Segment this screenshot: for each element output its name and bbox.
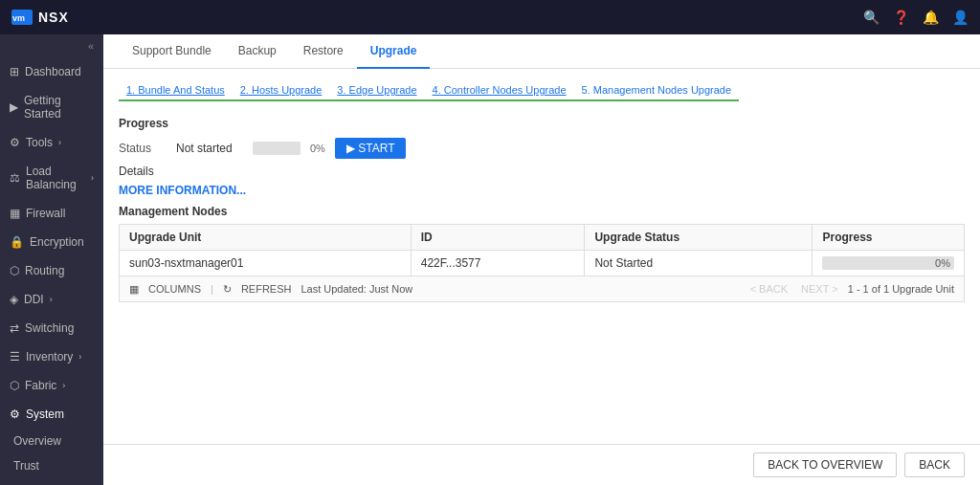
table-progress-text: 0% [935,256,950,270]
sidebar-item-switching[interactable]: ⇄ Switching [0,314,103,342]
search-icon[interactable]: 🔍 [863,10,880,25]
progress-bar [253,142,301,155]
sidebar-item-fabric[interactable]: ⬡ Fabric › [0,371,103,400]
cell-progress: 0% [813,251,965,276]
chevron-right-icon: › [50,295,53,304]
wizard-step-bundle-status[interactable]: 1. Bundle And Status [119,80,233,101]
refresh-icon: ↻ [223,283,232,296]
tab-upgrade[interactable]: Upgrade [357,34,431,69]
status-value: Not started [176,142,243,155]
table-row: sun03-nsxtmanager01 422F...3577 Not Star… [120,251,965,276]
sidebar-item-firewall[interactable]: ▦ Firewall [0,199,103,228]
encryption-icon: 🔒 [10,235,24,249]
sidebar-subsection-trust[interactable]: Trust [0,453,103,478]
load-balancing-icon: ⚖ [10,171,20,185]
wizard-steps: 1. Bundle And Status 2. Hosts Upgrade 3.… [119,80,965,101]
col-header-upgrade-unit: Upgrade Unit [120,225,412,251]
table-footer: ▦ COLUMNS | ↻ REFRESH Last Updated: Just… [119,276,965,302]
details-row: Details [119,165,965,178]
cell-upgrade-unit: sun03-nsxtmanager01 [120,251,412,276]
sidebar-collapse-button[interactable]: « [0,34,103,57]
progress-percent: 0% [310,143,325,154]
inventory-icon: ☰ [10,350,20,364]
topbar-icons: 🔍 ❓ 🔔 👤 [863,10,969,25]
last-updated: Last Updated: Just Now [301,283,412,295]
tab-support-bundle[interactable]: Support Bundle [119,34,225,69]
tools-icon: ⚙ [10,136,20,149]
wizard-step-controller-nodes[interactable]: 4. Controller Nodes Upgrade [425,80,574,101]
system-icon: ⚙ [10,408,20,421]
status-label: Status [119,142,167,155]
sidebar-item-routing[interactable]: ⬡ Routing [0,256,103,285]
progress-title: Progress [119,117,965,130]
tab-bar: Support Bundle Backup Restore Upgrade [103,34,980,69]
help-icon[interactable]: ❓ [893,10,909,25]
refresh-button[interactable]: REFRESH [241,283,292,295]
sidebar-item-label: Switching [25,321,74,335]
sidebar-item-label: Fabric [25,379,56,392]
chevron-right-icon: › [78,352,81,362]
wizard-step-edge-upgrade[interactable]: 3. Edge Upgrade [329,80,424,101]
page-content: 1. Bundle And Status 2. Hosts Upgrade 3.… [103,69,980,444]
sidebar-item-label: Firewall [26,207,65,220]
management-nodes-table: Upgrade Unit ID Upgrade Status Progress … [119,224,965,276]
start-button[interactable]: ▶ START [335,138,407,159]
sidebar-item-label: DDI [24,293,44,306]
table-pagination: < BACK NEXT > 1 - 1 of 1 Upgrade Unit [746,282,954,296]
sidebar-item-label: Load Balancing [26,165,85,191]
sidebar-item-system[interactable]: ⚙ System [0,400,103,429]
sidebar-item-label: Encryption [30,235,84,249]
tab-restore[interactable]: Restore [290,34,357,69]
table-header: Upgrade Unit ID Upgrade Status Progress [120,225,965,251]
sidebar-item-tools[interactable]: ⚙ Tools › [0,128,103,157]
col-header-progress: Progress [813,225,965,251]
back-to-overview-button[interactable]: BACK TO OVERVIEW [753,452,897,477]
user-icon[interactable]: 👤 [952,10,969,25]
more-information-link[interactable]: MORE INFORMATION... [119,184,965,197]
sidebar-item-label: Routing [25,264,64,277]
sidebar-item-getting-started[interactable]: ▶ Getting Started [0,86,103,128]
sidebar-item-load-balancing[interactable]: ⚖ Load Balancing › [0,157,103,199]
table-progress-bar: 0% [822,256,954,270]
chevron-right-icon: › [62,381,65,390]
sidebar-subsection-overview[interactable]: Overview [0,429,103,453]
progress-row: Status Not started 0% ▶ START [119,138,965,159]
back-button[interactable]: BACK [904,452,965,477]
bell-icon[interactable]: 🔔 [923,10,939,25]
wizard-step-management-nodes[interactable]: 5. Management Nodes Upgrade [574,80,740,101]
sidebar: « ⊞ Dashboard ▶ Getting Started ⚙ Tools … [0,34,103,485]
fabric-icon: ⬡ [10,379,19,392]
management-nodes-title: Management Nodes [119,205,965,218]
sidebar-item-label: System [26,408,64,421]
col-header-id: ID [411,225,585,251]
back-nav-button[interactable]: < BACK [746,282,791,296]
dashboard-icon: ⊞ [10,65,19,78]
chevron-right-icon: › [91,173,94,183]
wizard-step-hosts-upgrade[interactable]: 2. Hosts Upgrade [233,80,330,101]
sidebar-item-label: Dashboard [25,65,81,78]
main-layout: « ⊞ Dashboard ▶ Getting Started ⚙ Tools … [0,34,980,485]
topbar: vm NSX 🔍 ❓ 🔔 👤 [0,0,980,34]
sidebar-subsection-configuration[interactable]: Configuration [0,478,103,485]
table-body: sun03-nsxtmanager01 422F...3577 Not Star… [120,251,965,276]
sidebar-item-inventory[interactable]: ☰ Inventory › [0,342,103,371]
cell-id: 422F...3577 [411,251,585,276]
col-header-upgrade-status: Upgrade Status [585,225,813,251]
svg-text:vm: vm [12,13,25,23]
columns-button[interactable]: COLUMNS [148,283,201,295]
sidebar-item-label: Getting Started [24,94,94,121]
progress-section: Progress Status Not started 0% ▶ START D… [119,117,965,197]
firewall-icon: ▦ [10,207,20,220]
sidebar-item-dashboard[interactable]: ⊞ Dashboard [0,57,103,86]
cell-upgrade-status: Not Started [585,251,813,276]
row-count: 1 - 1 of 1 Upgrade Unit [848,283,954,295]
getting-started-icon: ▶ [10,100,18,114]
sidebar-item-label: Tools [26,136,53,149]
sidebar-item-encryption[interactable]: 🔒 Encryption [0,228,103,256]
next-nav-button[interactable]: NEXT > [797,282,842,296]
sidebar-item-ddi[interactable]: ◈ DDI › [0,285,103,314]
app-title: NSX [38,10,69,25]
ddi-icon: ◈ [10,293,18,306]
switching-icon: ⇄ [10,321,19,335]
tab-backup[interactable]: Backup [225,34,290,69]
